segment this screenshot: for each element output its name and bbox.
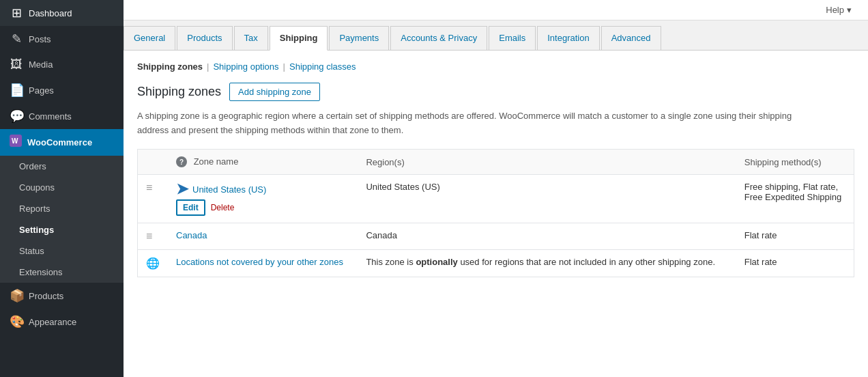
posts-icon: ✎ <box>10 31 23 46</box>
help-button[interactable]: Help ▾ <box>820 0 857 20</box>
delete-us-link[interactable]: Delete <box>211 203 235 212</box>
shipping-zones-table: ? Zone name Region(s) Shipping method(s)… <box>137 149 854 278</box>
methods-cell-canada: Flat rate <box>736 223 854 250</box>
zone-name-cell: Locations not covered by your other zone… <box>168 250 358 277</box>
sidebar-item-extensions[interactable]: Extensions <box>0 262 124 283</box>
methods-cell-other: Flat rate <box>736 250 854 277</box>
drag-cell: ≡ <box>138 175 169 223</box>
help-label: Help <box>826 5 844 15</box>
subnav-zones[interactable]: Shipping zones <box>137 61 203 72</box>
regions-cell-other: This zone is optionally used for regions… <box>358 250 736 277</box>
th-methods: Shipping method(s) <box>736 149 854 175</box>
subnav-sep-2: | <box>283 61 285 72</box>
th-zone-name: ? Zone name <box>168 149 358 175</box>
sidebar-item-label: Posts <box>29 34 51 44</box>
tab-products[interactable]: Products <box>177 26 232 50</box>
th-regions: Region(s) <box>358 149 736 175</box>
zone-name-us-link[interactable]: United States (US) <box>192 184 266 195</box>
edit-us-button[interactable]: Edit <box>176 199 205 216</box>
sidebar-item-label: Media <box>29 59 53 70</box>
topbar: Help ▾ <box>124 0 868 20</box>
subnav-classes[interactable]: Shipping classes <box>289 61 356 72</box>
comments-icon: 💬 <box>10 109 23 124</box>
zone-name-cell: ➤ United States (US) Edit Delete <box>168 175 358 223</box>
products-icon: 📦 <box>10 288 23 303</box>
zone-name-canada-link[interactable]: Canada <box>176 230 207 240</box>
sidebar-item-reports[interactable]: Reports <box>0 198 124 219</box>
main-content: Help ▾ General Products Tax Shipping Pay… <box>124 0 868 377</box>
tab-general[interactable]: General <box>124 26 175 50</box>
zone-name-cell: Canada <box>168 223 358 250</box>
drag-cell: ≡ <box>138 223 169 250</box>
sidebar-item-orders[interactable]: Orders <box>0 156 124 177</box>
subnav-options[interactable]: Shipping options <box>213 61 278 72</box>
page-title: Shipping zones <box>137 85 221 99</box>
tab-integration[interactable]: Integration <box>537 26 599 50</box>
tab-accounts[interactable]: Accounts & Privacy <box>390 26 487 50</box>
sidebar-item-media[interactable]: 🖼 Media <box>0 52 124 77</box>
tab-tax[interactable]: Tax <box>234 26 268 50</box>
tab-emails[interactable]: Emails <box>489 26 536 50</box>
sidebar-item-status[interactable]: Status <box>0 240 124 262</box>
svg-text:W: W <box>12 137 18 145</box>
sidebar-item-settings[interactable]: Settings <box>0 219 124 240</box>
help-chevron-icon: ▾ <box>847 5 852 15</box>
sidebar-woocommerce-header[interactable]: W WooCommerce <box>0 129 124 156</box>
sidebar-item-label: Pages <box>29 85 54 96</box>
media-icon: 🖼 <box>10 57 23 72</box>
settings-tabs: General Products Tax Shipping Payments A… <box>124 20 868 51</box>
sidebar-item-label: Dashboard <box>29 8 72 18</box>
sidebar-item-products[interactable]: 📦 Products <box>0 283 124 309</box>
woocommerce-icon: W <box>10 135 22 150</box>
sidebar-item-label: Comments <box>29 111 72 122</box>
add-shipping-zone-button[interactable]: Add shipping zone <box>229 83 320 101</box>
sidebar: ⊞ Dashboard ✎ Posts 🖼 Media 📄 Pages 💬 Co… <box>0 0 124 377</box>
sidebar-item-comments[interactable]: 💬 Comments <box>0 103 124 129</box>
drag-handle-icon[interactable]: ≡ <box>146 182 152 193</box>
table-header-row: ? Zone name Region(s) Shipping method(s) <box>138 149 854 175</box>
pages-icon: 📄 <box>10 83 23 98</box>
drag-cell: 🌐 <box>138 250 169 277</box>
tab-payments[interactable]: Payments <box>329 26 389 50</box>
row-actions-us: Edit Delete <box>176 199 349 216</box>
table-row: ≡ ➤ United States (US) Edit Delete Unite… <box>138 175 854 223</box>
arrow-indicator-icon: ➤ <box>176 182 188 197</box>
zone-name-help-icon[interactable]: ? <box>176 156 187 167</box>
woocommerce-submenu: Orders Coupons Reports Settings Status E… <box>0 156 124 283</box>
sidebar-item-posts[interactable]: ✎ Posts <box>0 26 124 52</box>
sidebar-item-appearance[interactable]: 🎨 Appearance <box>0 309 124 335</box>
table-row: 🌐 Locations not covered by your other zo… <box>138 250 854 277</box>
th-drag <box>138 149 169 175</box>
sidebar-item-coupons[interactable]: Coupons <box>0 177 124 198</box>
zone-name-other-link[interactable]: Locations not covered by your other zone… <box>176 257 343 267</box>
shipping-subnav: Shipping zones | Shipping options | Ship… <box>137 61 854 72</box>
regions-cell-canada: Canada <box>358 223 736 250</box>
tab-shipping[interactable]: Shipping <box>270 26 328 51</box>
methods-cell-us: Free shipping, Flat rate, Free Expedited… <box>736 175 854 223</box>
dashboard-icon: ⊞ <box>10 5 23 20</box>
globe-icon: 🌐 <box>146 257 160 269</box>
woocommerce-label: WooCommerce <box>27 137 92 148</box>
section-heading: Shipping zones Add shipping zone <box>137 83 854 101</box>
subnav-sep-1: | <box>207 61 209 72</box>
drag-handle-icon[interactable]: ≡ <box>146 230 152 242</box>
table-row: ≡ Canada Canada Flat rate <box>138 223 854 250</box>
regions-cell-us: United States (US) <box>358 175 736 223</box>
content-area: Shipping zones | Shipping options | Ship… <box>124 51 868 377</box>
tab-advanced[interactable]: Advanced <box>601 26 661 50</box>
appearance-icon: 🎨 <box>10 314 23 329</box>
section-description: A shipping zone is a geographic region w… <box>137 109 820 138</box>
sidebar-item-dashboard[interactable]: ⊞ Dashboard <box>0 0 124 26</box>
sidebar-item-pages[interactable]: 📄 Pages <box>0 77 124 103</box>
